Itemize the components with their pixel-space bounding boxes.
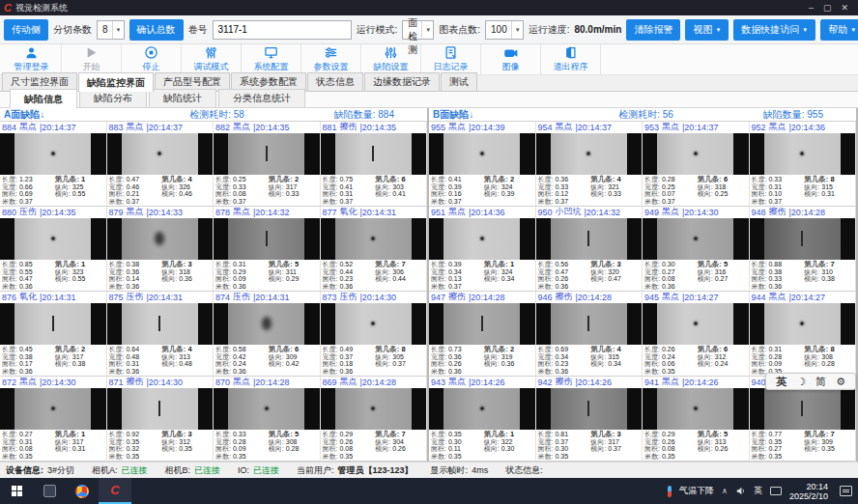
keyboard-icon[interactable]: [770, 487, 782, 495]
gear-icon[interactable]: ⚙: [836, 376, 845, 388]
chevron-up-icon[interactable]: ∧: [722, 487, 728, 495]
run-mode-select[interactable]: 双面检测 ▼: [402, 20, 434, 40]
defect-image[interactable]: [429, 133, 535, 175]
defect-cell[interactable]: 876 氧化 |20:14:31 长度: 0.45 宽度: 0.38 面积: 0…: [0, 292, 107, 377]
tab-defect-monitor[interactable]: 缺陷监控界面: [78, 72, 154, 92]
defect-image[interactable]: [0, 133, 106, 175]
ime-simplified-toggle[interactable]: 简: [815, 375, 826, 389]
defect-cell[interactable]: 950 小凹坑 |20:14:32 长度: 0.56 宽度: 0.47 面积: …: [536, 207, 644, 292]
close-button[interactable]: ✕: [841, 3, 848, 13]
start-button[interactable]: 开始: [62, 44, 122, 74]
defect-cell[interactable]: 870 黑点 |20:14:28 长度: 0.33 宽度: 0.28 面积: 0…: [214, 377, 321, 462]
defect-image[interactable]: [536, 388, 643, 430]
view-menu-button[interactable]: 视图 ▼: [685, 19, 729, 41]
defect-cell[interactable]: 880 压伤 |20:14:35 长度: 0.85 宽度: 0.55 面积: 0…: [0, 207, 107, 292]
defect-cell[interactable]: 878 黑点 |20:14:32 长度: 0.31 宽度: 0.29 面积: 0…: [214, 207, 321, 292]
help-menu-button[interactable]: 帮助 ▼: [820, 19, 858, 41]
defect-image[interactable]: [536, 133, 643, 175]
defect-image[interactable]: [750, 303, 856, 345]
drive-side-button[interactable]: 传动侧: [4, 19, 48, 41]
defect-image[interactable]: [321, 388, 427, 430]
defect-cell[interactable]: 871 擦伤 |20:14:30 长度: 0.92 宽度: 0.35 面积: 0…: [107, 377, 214, 462]
defect-cell[interactable]: 947 擦伤 |20:14:28 长度: 0.73 宽度: 0.36 面积: 0…: [429, 292, 536, 377]
defect-cell[interactable]: 873 压伤 |20:14:30 长度: 0.49 宽度: 0.37 面积: 0…: [321, 292, 428, 377]
defect-image[interactable]: [429, 218, 535, 260]
defect-cell[interactable]: 955 黑点 |20:14:39 长度: 0.41 宽度: 0.39 面积: 0…: [429, 122, 536, 207]
stop-button[interactable]: 停止: [122, 44, 182, 74]
roll-number-input[interactable]: [213, 20, 352, 40]
defect-image[interactable]: [0, 218, 106, 260]
log-record-button[interactable]: 日志记录: [421, 44, 481, 74]
clear-alarm-button[interactable]: 清除报警: [626, 19, 680, 41]
defect-cell[interactable]: 953 黑点 |20:14:37 长度: 0.28 宽度: 0.25 面积: 0…: [643, 122, 750, 207]
ime-english-toggle[interactable]: 英: [776, 375, 786, 389]
notification-center-icon[interactable]: [840, 486, 852, 496]
image-button[interactable]: 图像: [481, 44, 541, 74]
defect-image[interactable]: [107, 303, 214, 345]
debug-mode-button[interactable]: 调试模式: [182, 44, 242, 74]
defect-cell[interactable]: 874 压伤 |20:14:31 长度: 0.58 宽度: 0.42 面积: 0…: [214, 292, 321, 377]
maximize-button[interactable]: ▢: [823, 3, 832, 13]
tab-status-info[interactable]: 状态信息: [307, 72, 363, 91]
exit-button[interactable]: 退出程序: [541, 44, 601, 74]
defect-image[interactable]: [214, 133, 320, 175]
defect-image[interactable]: [107, 218, 214, 260]
tab-test[interactable]: 测试: [441, 72, 477, 91]
defect-image[interactable]: [429, 303, 535, 345]
defect-cell[interactable]: 952 黑点 |20:14:36 长度: 0.33 宽度: 0.31 面积: 0…: [750, 122, 857, 207]
defect-image[interactable]: [321, 133, 427, 175]
defect-image[interactable]: [321, 303, 427, 345]
defect-cell[interactable]: 869 黑点 |20:14:28 长度: 0.29 宽度: 0.26 面积: 0…: [321, 377, 428, 462]
defect-cell[interactable]: 943 黑点 |20:14:26 长度: 0.35 宽度: 0.30 面积: 0…: [429, 377, 536, 462]
defect-cell[interactable]: 879 黑点 |20:14:33 长度: 0.38 宽度: 0.36 面积: 0…: [107, 207, 214, 292]
quick-access-menu-button[interactable]: 数据快捷访问 ▼: [733, 19, 815, 41]
defect-cell[interactable]: 949 黑点 |20:14:30 长度: 0.30 宽度: 0.27 面积: 0…: [643, 207, 750, 292]
chart-points-select[interactable]: 100 ▼: [485, 20, 524, 40]
defect-image[interactable]: [214, 303, 320, 345]
defect-cell[interactable]: 883 黑点 |20:14:37 长度: 0.47 宽度: 0.46 面积: 0…: [107, 122, 214, 207]
defect-image[interactable]: [643, 388, 749, 430]
defect-cell[interactable]: 945 黑点 |20:14:27 长度: 0.26 宽度: 0.24 面积: 0…: [643, 292, 750, 377]
defect-image[interactable]: [536, 303, 643, 345]
defect-cell[interactable]: 951 黑点 |20:14:36 长度: 0.39 宽度: 0.34 面积: 0…: [429, 207, 536, 292]
taskbar-app-explorer[interactable]: [33, 478, 66, 504]
defect-cell[interactable]: 954 黑点 |20:14:37 长度: 0.36 宽度: 0.33 面积: 0…: [536, 122, 644, 207]
moon-icon[interactable]: ☽: [796, 376, 806, 388]
subtab-defect-stats[interactable]: 缺陷统计: [149, 89, 216, 107]
defect-cell[interactable]: 941 黑点 |20:14:26 长度: 0.29 宽度: 0.26 面积: 0…: [643, 377, 750, 462]
weather-text[interactable]: 气温下降: [679, 485, 714, 497]
defect-image[interactable]: [643, 218, 749, 260]
defect-cell[interactable]: 875 压伤 |20:14:31 长度: 0.64 宽度: 0.48 面积: 0…: [107, 292, 214, 377]
defect-cell[interactable]: 946 擦伤 |20:14:28 长度: 0.69 宽度: 0.34 面积: 0…: [536, 292, 644, 377]
subtab-defect-info[interactable]: 缺陷信息: [10, 89, 77, 108]
defect-cell[interactable]: 872 黑点 |20:14:30 长度: 0.27 宽度: 0.31 面积: 0…: [0, 377, 107, 462]
defect-image[interactable]: [750, 218, 856, 260]
taskbar-app-browser[interactable]: [66, 478, 99, 504]
defect-image[interactable]: [0, 303, 106, 345]
defect-image[interactable]: [750, 388, 856, 430]
defect-cell[interactable]: 942 擦伤 |20:14:26 长度: 0.81 宽度: 0.37 面积: 0…: [536, 377, 644, 462]
defect-image[interactable]: [750, 133, 856, 175]
slit-count-select[interactable]: 8 ▼: [97, 20, 125, 40]
language-indicator[interactable]: 英: [754, 485, 762, 497]
confirm-total-button[interactable]: 确认总数: [129, 19, 184, 41]
defect-image[interactable]: [643, 303, 749, 345]
defect-image[interactable]: [429, 388, 535, 430]
defect-cell[interactable]: 884 黑点 |20:14:37 长度: 1.23 宽度: 0.66 面积: 0…: [0, 122, 107, 207]
defect-image[interactable]: [107, 388, 214, 430]
defect-cell[interactable]: 881 擦伤 |20:14:35 长度: 0.75 宽度: 0.41 面积: 0…: [321, 122, 428, 207]
minimize-button[interactable]: –: [809, 3, 814, 13]
defect-image[interactable]: [107, 133, 214, 175]
taskbar-clock[interactable]: 20:14 2025/2/10: [789, 482, 828, 501]
defect-cell[interactable]: 882 黑点 |20:14:35 长度: 0.25 宽度: 0.33 面积: 0…: [214, 122, 321, 207]
defect-image[interactable]: [214, 388, 320, 430]
taskbar-app-inspection[interactable]: C: [99, 478, 131, 504]
thermometer-icon[interactable]: [668, 486, 672, 497]
tab-edge-data[interactable]: 边缘数据记录: [364, 72, 440, 91]
defect-cell[interactable]: 948 擦伤 |20:14:28 长度: 0.88 宽度: 0.38 面积: 0…: [750, 207, 857, 292]
defect-cell[interactable]: 944 黑点 |20:14:27 长度: 0.31 宽度: 0.28 面积: 0…: [750, 292, 857, 377]
defect-image[interactable]: [321, 218, 427, 260]
defect-image[interactable]: [536, 218, 643, 260]
defect-settings-button[interactable]: 缺陷设置: [361, 44, 421, 74]
volume-icon[interactable]: [735, 486, 746, 496]
